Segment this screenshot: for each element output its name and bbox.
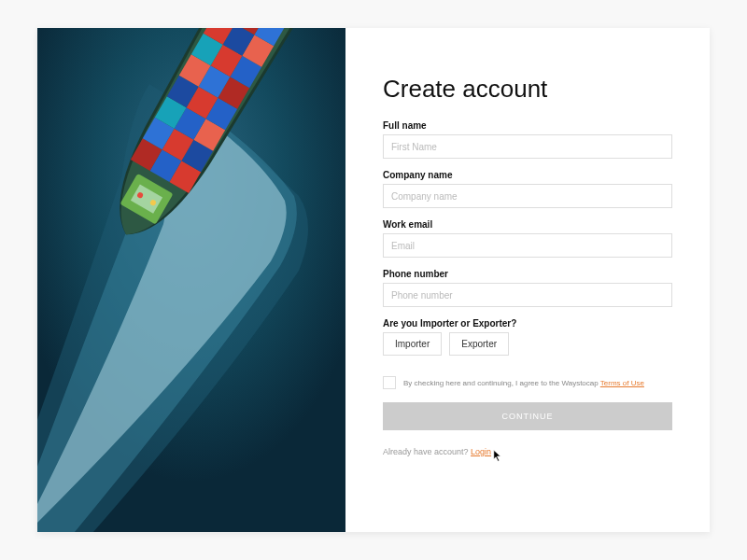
login-row: Already have account? Login (383, 447, 672, 456)
full-name-label: Full name (383, 120, 672, 131)
field-phone: Phone number (383, 269, 672, 307)
form-panel: Create account Full name Company name Wo… (345, 28, 710, 532)
cursor-icon (493, 449, 504, 464)
continue-button[interactable]: CONTINUE (383, 402, 672, 430)
page-title: Create account (383, 75, 672, 104)
company-input[interactable] (383, 184, 672, 208)
login-prefix: Already have account? (383, 447, 471, 456)
company-label: Company name (383, 170, 672, 180)
terms-prefix: By checking here and continuing, I agree… (403, 379, 600, 387)
phone-input[interactable] (383, 283, 672, 307)
phone-label: Phone number (383, 269, 672, 279)
importer-button[interactable]: Importer (383, 332, 442, 356)
field-company: Company name (383, 170, 672, 208)
terms-row: By checking here and continuing, I agree… (383, 376, 672, 389)
signup-card: Create account Full name Company name Wo… (37, 28, 710, 532)
email-label: Work email (383, 219, 672, 230)
terms-checkbox[interactable] (383, 376, 396, 389)
role-label: Are you Importer or Exporter? (383, 318, 672, 329)
email-input[interactable] (383, 233, 672, 258)
terms-link[interactable]: Terms of Use (600, 379, 644, 387)
hero-image (37, 28, 345, 532)
role-group: Importer Exporter (383, 332, 672, 356)
field-full-name: Full name (383, 120, 672, 159)
full-name-input[interactable] (383, 134, 672, 159)
login-link[interactable]: Login (471, 447, 491, 456)
field-email: Work email (383, 219, 672, 258)
field-role: Are you Importer or Exporter? Importer E… (383, 318, 672, 356)
exporter-button[interactable]: Exporter (449, 332, 509, 356)
terms-text: By checking here and continuing, I agree… (403, 379, 644, 387)
